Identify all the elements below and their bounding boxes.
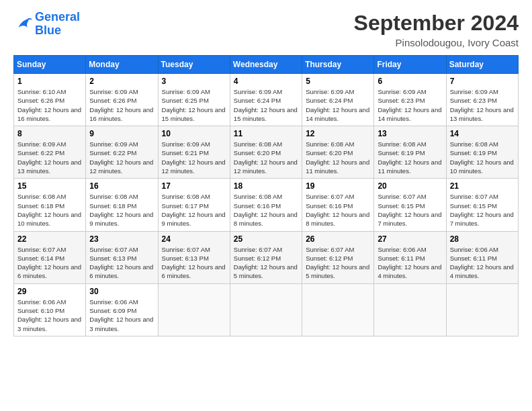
calendar-day-cell: 16 Sunrise: 6:08 AM Sunset: 6:18 PM Dayl…	[86, 179, 158, 231]
day-info: Sunrise: 6:09 AM Sunset: 6:22 PM Dayligh…	[89, 140, 154, 175]
day-number: 1	[17, 77, 82, 86]
calendar-body: 1 Sunrise: 6:10 AM Sunset: 6:26 PM Dayli…	[14, 74, 519, 336]
day-number: 20	[378, 181, 442, 191]
day-number: 28	[450, 234, 515, 244]
calendar-day-cell	[230, 283, 302, 336]
month-title: September 2024	[354, 11, 519, 36]
day-number: 6	[378, 77, 442, 86]
calendar-day-cell: 7 Sunrise: 6:09 AM Sunset: 6:23 PM Dayli…	[446, 74, 518, 126]
location-title: Pinsolodougou, Ivory Coast	[354, 37, 519, 48]
day-info: Sunrise: 6:08 AM Sunset: 6:19 PM Dayligh…	[450, 140, 515, 175]
calendar-day-cell: 19 Sunrise: 6:07 AM Sunset: 6:16 PM Dayl…	[302, 179, 374, 231]
calendar-week-row: 22 Sunrise: 6:07 AM Sunset: 6:14 PM Dayl…	[14, 231, 519, 283]
calendar-day-cell: 17 Sunrise: 6:08 AM Sunset: 6:17 PM Dayl…	[158, 179, 230, 231]
day-number: 13	[378, 129, 442, 138]
calendar-week-row: 29 Sunrise: 6:06 AM Sunset: 6:10 PM Dayl…	[14, 283, 519, 336]
calendar-day-cell: 2 Sunrise: 6:09 AM Sunset: 6:26 PM Dayli…	[86, 74, 158, 126]
logo-icon	[13, 15, 32, 34]
calendar-day-cell: 23 Sunrise: 6:07 AM Sunset: 6:13 PM Dayl…	[86, 231, 158, 283]
calendar-day-cell: 21 Sunrise: 6:07 AM Sunset: 6:15 PM Dayl…	[446, 179, 518, 231]
calendar-day-cell: 12 Sunrise: 6:08 AM Sunset: 6:20 PM Dayl…	[302, 126, 374, 179]
day-number: 10	[162, 129, 226, 138]
day-info: Sunrise: 6:09 AM Sunset: 6:25 PM Dayligh…	[162, 87, 226, 123]
day-number: 2	[89, 77, 154, 86]
calendar-day-cell: 26 Sunrise: 6:07 AM Sunset: 6:12 PM Dayl…	[302, 231, 374, 283]
calendar-day-cell: 3 Sunrise: 6:09 AM Sunset: 6:25 PM Dayli…	[158, 74, 230, 126]
calendar-day-cell: 22 Sunrise: 6:07 AM Sunset: 6:14 PM Dayl…	[14, 231, 86, 283]
calendar-day-cell: 6 Sunrise: 6:09 AM Sunset: 6:23 PM Dayli…	[374, 74, 446, 126]
day-info: Sunrise: 6:09 AM Sunset: 6:24 PM Dayligh…	[234, 87, 298, 123]
calendar-day-cell: 15 Sunrise: 6:08 AM Sunset: 6:18 PM Dayl…	[14, 179, 86, 231]
calendar-day-cell: 8 Sunrise: 6:09 AM Sunset: 6:22 PM Dayli…	[14, 126, 86, 179]
weekday-header-cell: Sunday	[14, 56, 86, 74]
day-info: Sunrise: 6:08 AM Sunset: 6:19 PM Dayligh…	[378, 140, 442, 175]
calendar-day-cell	[374, 283, 446, 336]
day-number: 19	[306, 181, 370, 191]
header: General Blue September 2024 Pinsolodougo…	[13, 11, 519, 48]
day-info: Sunrise: 6:07 AM Sunset: 6:13 PM Dayligh…	[162, 245, 226, 281]
calendar-day-cell: 29 Sunrise: 6:06 AM Sunset: 6:10 PM Dayl…	[14, 283, 86, 336]
calendar-week-row: 15 Sunrise: 6:08 AM Sunset: 6:18 PM Dayl…	[14, 179, 519, 231]
day-info: Sunrise: 6:07 AM Sunset: 6:15 PM Dayligh…	[378, 192, 442, 228]
day-number: 23	[89, 234, 154, 244]
day-number: 25	[234, 234, 298, 244]
day-info: Sunrise: 6:07 AM Sunset: 6:12 PM Dayligh…	[234, 245, 298, 281]
day-info: Sunrise: 6:08 AM Sunset: 6:16 PM Dayligh…	[234, 192, 298, 228]
day-info: Sunrise: 6:07 AM Sunset: 6:14 PM Dayligh…	[17, 245, 82, 281]
day-info: Sunrise: 6:06 AM Sunset: 6:11 PM Dayligh…	[450, 245, 515, 281]
day-number: 26	[306, 234, 370, 244]
page: General Blue September 2024 Pinsolodougo…	[0, 0, 532, 411]
day-info: Sunrise: 6:06 AM Sunset: 6:09 PM Dayligh…	[89, 298, 154, 333]
day-number: 14	[450, 129, 515, 138]
day-info: Sunrise: 6:07 AM Sunset: 6:13 PM Dayligh…	[89, 245, 154, 281]
day-number: 12	[306, 129, 370, 138]
weekday-header-cell: Thursday	[302, 56, 374, 74]
calendar-day-cell: 28 Sunrise: 6:06 AM Sunset: 6:11 PM Dayl…	[446, 231, 518, 283]
day-number: 8	[17, 129, 82, 138]
day-info: Sunrise: 6:09 AM Sunset: 6:21 PM Dayligh…	[162, 140, 226, 175]
day-number: 9	[89, 129, 154, 138]
calendar-day-cell: 20 Sunrise: 6:07 AM Sunset: 6:15 PM Dayl…	[374, 179, 446, 231]
weekday-header-cell: Monday	[86, 56, 158, 74]
calendar-day-cell: 5 Sunrise: 6:09 AM Sunset: 6:24 PM Dayli…	[302, 74, 374, 126]
calendar-day-cell	[302, 283, 374, 336]
day-info: Sunrise: 6:09 AM Sunset: 6:23 PM Dayligh…	[378, 87, 442, 123]
day-number: 11	[234, 129, 298, 138]
logo-text: General Blue	[35, 11, 80, 38]
calendar-table: SundayMondayTuesdayWednesdayThursdayFrid…	[13, 55, 519, 336]
calendar-day-cell: 30 Sunrise: 6:06 AM Sunset: 6:09 PM Dayl…	[86, 283, 158, 336]
day-number: 27	[378, 234, 442, 244]
calendar-day-cell: 1 Sunrise: 6:10 AM Sunset: 6:26 PM Dayli…	[14, 74, 86, 126]
day-info: Sunrise: 6:07 AM Sunset: 6:15 PM Dayligh…	[450, 192, 515, 228]
day-number: 5	[306, 77, 370, 86]
day-info: Sunrise: 6:09 AM Sunset: 6:24 PM Dayligh…	[306, 87, 370, 123]
day-info: Sunrise: 6:10 AM Sunset: 6:26 PM Dayligh…	[17, 87, 82, 123]
day-number: 17	[162, 181, 226, 191]
day-number: 29	[17, 287, 82, 296]
weekday-header-cell: Saturday	[446, 56, 518, 74]
calendar-day-cell: 4 Sunrise: 6:09 AM Sunset: 6:24 PM Dayli…	[230, 74, 302, 126]
day-number: 21	[450, 181, 515, 191]
logo: General Blue	[13, 11, 80, 38]
day-info: Sunrise: 6:08 AM Sunset: 6:18 PM Dayligh…	[89, 192, 154, 228]
calendar-day-cell	[446, 283, 518, 336]
day-info: Sunrise: 6:09 AM Sunset: 6:23 PM Dayligh…	[450, 87, 515, 123]
weekday-header-cell: Tuesday	[158, 56, 230, 74]
day-info: Sunrise: 6:09 AM Sunset: 6:26 PM Dayligh…	[89, 87, 154, 123]
day-number: 3	[162, 77, 226, 86]
calendar-day-cell: 11 Sunrise: 6:08 AM Sunset: 6:20 PM Dayl…	[230, 126, 302, 179]
calendar-day-cell: 13 Sunrise: 6:08 AM Sunset: 6:19 PM Dayl…	[374, 126, 446, 179]
day-info: Sunrise: 6:08 AM Sunset: 6:20 PM Dayligh…	[234, 140, 298, 175]
calendar-day-cell: 24 Sunrise: 6:07 AM Sunset: 6:13 PM Dayl…	[158, 231, 230, 283]
day-info: Sunrise: 6:09 AM Sunset: 6:22 PM Dayligh…	[17, 140, 82, 175]
title-block: September 2024 Pinsolodougou, Ivory Coas…	[354, 11, 519, 48]
day-number: 18	[234, 181, 298, 191]
calendar-day-cell: 25 Sunrise: 6:07 AM Sunset: 6:12 PM Dayl…	[230, 231, 302, 283]
calendar-day-cell	[158, 283, 230, 336]
day-info: Sunrise: 6:08 AM Sunset: 6:17 PM Dayligh…	[162, 192, 226, 228]
calendar-day-cell: 14 Sunrise: 6:08 AM Sunset: 6:19 PM Dayl…	[446, 126, 518, 179]
calendar-week-row: 8 Sunrise: 6:09 AM Sunset: 6:22 PM Dayli…	[14, 126, 519, 179]
day-info: Sunrise: 6:06 AM Sunset: 6:11 PM Dayligh…	[378, 245, 442, 281]
day-info: Sunrise: 6:06 AM Sunset: 6:10 PM Dayligh…	[17, 298, 82, 333]
day-info: Sunrise: 6:07 AM Sunset: 6:16 PM Dayligh…	[306, 192, 370, 228]
